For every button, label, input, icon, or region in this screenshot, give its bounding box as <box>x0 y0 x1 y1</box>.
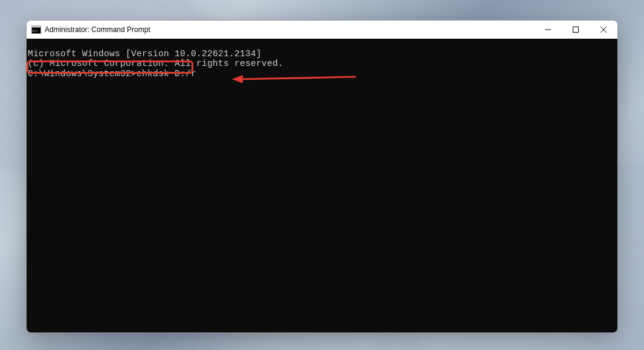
window-title: Administrator: Command Prompt <box>45 25 534 34</box>
svg-rect-1 <box>32 26 41 28</box>
terminal-line: (c) Microsoft Corporation. All rights re… <box>28 59 616 68</box>
terminal-prompt-line: C:\Windows\System32>chkdsk D:/r <box>28 69 616 79</box>
maximize-button[interactable] <box>562 21 590 39</box>
cmd-icon: C:\ <box>31 25 41 34</box>
command-prompt-window: C:\ Administrator: Command Prompt Micros… <box>26 20 618 333</box>
titlebar[interactable]: C:\ Administrator: Command Prompt <box>27 21 617 39</box>
typed-command: chkdsk D:/r <box>137 69 196 79</box>
prompt-path: C:\Windows\System32> <box>28 69 137 79</box>
minimize-button[interactable] <box>534 21 562 39</box>
svg-rect-4 <box>573 27 579 33</box>
terminal-body[interactable]: Microsoft Windows [Version 10.0.22621.21… <box>27 39 617 332</box>
terminal-line: Microsoft Windows [Version 10.0.22621.21… <box>28 49 616 59</box>
svg-text:C:\: C:\ <box>33 28 38 33</box>
close-button[interactable] <box>590 21 617 39</box>
